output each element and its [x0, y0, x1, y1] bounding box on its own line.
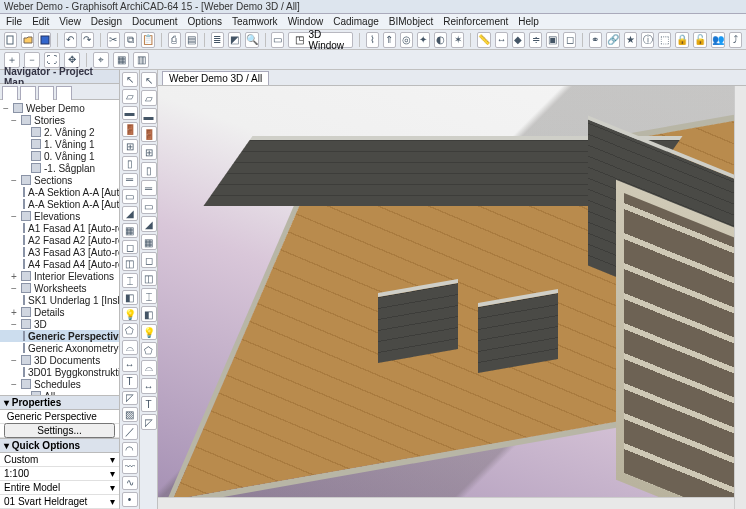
quick-option-row[interactable]: Entire Model▾ — [0, 481, 119, 495]
3d-view[interactable] — [158, 86, 746, 509]
slab-icon[interactable]: ▭ — [122, 189, 138, 204]
tree-root[interactable]: −Weber Demo — [0, 102, 119, 114]
viewport-tab[interactable]: Weber Demo 3D / All — [162, 71, 269, 85]
arrow-icon[interactable]: ↖ — [141, 72, 157, 88]
tree-elevation[interactable]: A3 Fasad A3 [Auto-rebuild M] — [0, 246, 119, 258]
hotspot-icon[interactable]: • — [122, 492, 138, 507]
tree-worksheet[interactable]: SK1 Underlag 1 [Inskanning] — [0, 294, 119, 306]
shell-icon[interactable]: ⌓ — [122, 340, 138, 355]
plot-icon[interactable]: ▤ — [185, 32, 198, 48]
window-icon[interactable]: ⊞ — [122, 139, 138, 154]
quick-option-row[interactable]: Custom▾ — [0, 453, 119, 467]
release-icon[interactable]: 🔓 — [693, 32, 707, 48]
explore-icon[interactable]: ✦ — [417, 32, 430, 48]
door-icon[interactable]: 🚪 — [122, 122, 138, 137]
scrollbar-horizontal[interactable] — [158, 497, 734, 509]
copy-icon[interactable]: ⧉ — [124, 32, 137, 48]
wall-icon[interactable]: ▬ — [141, 108, 157, 124]
undo-icon[interactable]: ↶ — [64, 32, 77, 48]
lamp-icon[interactable]: 💡 — [141, 324, 157, 340]
print-icon[interactable]: ⎙ — [168, 32, 181, 48]
object-icon[interactable]: ◧ — [122, 290, 138, 305]
cut-icon[interactable]: ✂ — [107, 32, 120, 48]
tree-elevation[interactable]: A4 Fasad A4 [Auto-rebuild M] — [0, 258, 119, 270]
door-icon[interactable]: 🚪 — [141, 126, 157, 142]
beam-icon[interactable]: ═ — [141, 180, 157, 196]
measure-icon[interactable]: 📏 — [477, 32, 491, 48]
menu-options[interactable]: Options — [188, 16, 222, 27]
column-icon[interactable]: ▯ — [141, 162, 157, 178]
tree-details[interactable]: +Details — [0, 306, 119, 318]
tree-3d-documents[interactable]: −3D Documents — [0, 354, 119, 366]
tree-story[interactable]: -1. Sågplan — [0, 162, 119, 174]
tree-worksheets[interactable]: −Worksheets — [0, 282, 119, 294]
menu-file[interactable]: File — [6, 16, 22, 27]
morph-icon[interactable]: ⬠ — [141, 342, 157, 358]
tree-interior-elev[interactable]: +Interior Elevations — [0, 270, 119, 282]
slab-icon[interactable]: ▭ — [141, 198, 157, 214]
text-icon[interactable]: T — [141, 396, 157, 412]
arrow-icon[interactable]: ↖ — [122, 72, 138, 87]
tab-layout-book[interactable] — [38, 86, 54, 100]
tree-story[interactable]: 1. Våning 1 — [0, 138, 119, 150]
marker-icon[interactable]: ◆ — [512, 32, 525, 48]
morph-icon[interactable]: ⬠ — [122, 323, 138, 338]
publish-icon[interactable]: ⤴ — [729, 32, 742, 48]
lamp-icon[interactable]: 💡 — [122, 307, 138, 322]
arc-icon[interactable]: ◠ — [122, 442, 138, 457]
menu-view[interactable]: View — [59, 16, 81, 27]
menu-design[interactable]: Design — [91, 16, 122, 27]
tree-elevations[interactable]: −Elevations — [0, 210, 119, 222]
curtain-icon[interactable]: ◫ — [141, 270, 157, 286]
stair-icon[interactable]: ⌶ — [122, 273, 138, 288]
collapse-icon[interactable]: ▾ — [4, 440, 9, 451]
tab-view-map[interactable] — [20, 86, 36, 100]
marquee-icon[interactable]: ▱ — [122, 89, 138, 104]
menu-cadimage[interactable]: Cadimage — [333, 16, 379, 27]
ifc-icon[interactable]: ⬚ — [658, 32, 671, 48]
polyline-icon[interactable]: 〰 — [122, 459, 138, 474]
menu-bimobject[interactable]: BIMobject — [389, 16, 433, 27]
section-icon[interactable]: ⌇ — [366, 32, 379, 48]
save-icon[interactable] — [38, 32, 51, 48]
attach-icon[interactable]: 🔗 — [606, 32, 620, 48]
menu-reinforcement[interactable]: Reinforcement — [443, 16, 508, 27]
quick-option-row[interactable]: 1:100▾ — [0, 467, 119, 481]
menu-help[interactable]: Help — [518, 16, 539, 27]
3d-window-button[interactable]: ◳ 3D Window — [288, 32, 353, 48]
fill-icon[interactable]: ▨ — [122, 407, 138, 422]
elevation-icon[interactable]: ⇑ — [383, 32, 396, 48]
orbit-icon[interactable]: ◎ — [400, 32, 413, 48]
dimension-icon[interactable]: ↔ — [495, 32, 508, 48]
marquee-icon[interactable]: ▱ — [141, 90, 157, 106]
line-icon[interactable]: ／ — [122, 424, 138, 440]
render-icon[interactable]: ✶ — [451, 32, 464, 48]
tree-story[interactable]: 0. Våning 1 — [0, 150, 119, 162]
tree-schedules[interactable]: −Schedules — [0, 378, 119, 390]
group-icon[interactable]: ▣ — [546, 32, 559, 48]
tab-project-map[interactable] — [2, 86, 18, 100]
mesh-icon[interactable]: ▦ — [141, 234, 157, 250]
layer-icon[interactable]: ≣ — [211, 32, 224, 48]
label-icon[interactable]: ◸ — [122, 391, 138, 406]
new-icon[interactable] — [4, 32, 17, 48]
dimension-icon[interactable]: ↔ — [122, 357, 138, 372]
zone-icon[interactable]: ◻ — [122, 240, 138, 255]
spline-icon[interactable]: ∿ — [122, 476, 138, 491]
tree-sections[interactable]: −Sections — [0, 174, 119, 186]
object-icon[interactable]: ◧ — [141, 306, 157, 322]
navigator-tree[interactable]: −Weber Demo −Stories 2. Våning 2 1. Våni… — [0, 100, 119, 395]
zone-icon[interactable]: ◻ — [141, 252, 157, 268]
ruler-icon[interactable]: ▥ — [133, 52, 149, 68]
dimension-icon[interactable]: ↔ — [141, 378, 157, 394]
roof-icon[interactable]: ◢ — [141, 216, 157, 232]
teamwork-icon[interactable]: 👥 — [711, 32, 725, 48]
favorites-icon[interactable]: ★ — [624, 32, 637, 48]
floor-plan-icon[interactable]: ▭ — [271, 32, 284, 48]
shell-icon[interactable]: ⌓ — [141, 360, 157, 376]
find-icon[interactable]: 🔍 — [245, 32, 259, 48]
tree-stories[interactable]: −Stories — [0, 114, 119, 126]
element-info-icon[interactable]: ⓘ — [641, 32, 654, 48]
menu-edit[interactable]: Edit — [32, 16, 49, 27]
curtain-icon[interactable]: ◫ — [122, 256, 138, 271]
